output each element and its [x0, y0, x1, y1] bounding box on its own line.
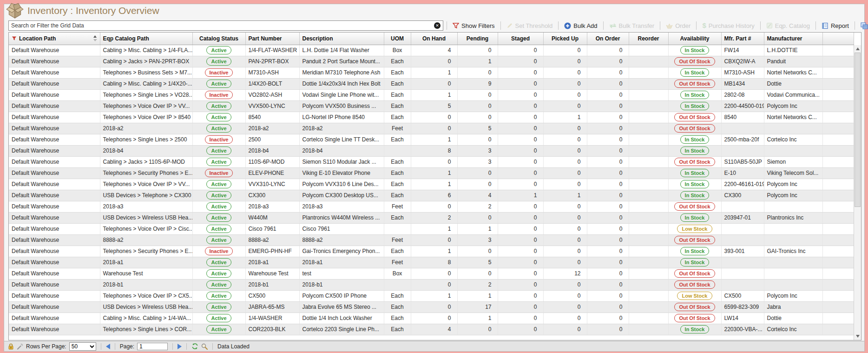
title-bar: Inventory : Inventory Overview	[4, 4, 864, 18]
cell-eqp-catalog-path: 2018-a2	[100, 123, 192, 134]
cell-uom: Each	[384, 313, 411, 324]
next-page-button[interactable]	[178, 344, 182, 349]
column-header-manufacturer[interactable]: Manufacturer	[764, 33, 822, 45]
column-header-eqp-catalog-path[interactable]: Eqp Catalog Path	[100, 33, 192, 45]
table-row[interactable]: Default WarehouseTelephones > Voice Over…	[9, 112, 854, 123]
table-row[interactable]: Default WarehouseTelephones > Voice Over…	[9, 223, 854, 234]
cell-uom: Each	[384, 246, 411, 257]
vertical-scrollbar[interactable]	[854, 45, 861, 340]
table-row[interactable]: Default WarehouseCabling > Misc. Cabling…	[9, 78, 854, 89]
table-row[interactable]: Default WarehouseWarehouse TestActiveWar…	[9, 268, 854, 279]
cell-reorder	[629, 89, 668, 100]
header-row: Location Path Eqp Catalog Path Catalog S…	[9, 33, 854, 45]
page-number-input[interactable]	[137, 343, 168, 350]
cell-reorder	[629, 290, 668, 301]
table-row[interactable]: Default WarehouseTelephones > Voice Over…	[9, 290, 854, 301]
search-input[interactable]	[8, 20, 443, 31]
app-panel: Inventory : Inventory Overview ✕ Show Fi…	[4, 4, 865, 352]
column-header-location-path[interactable]: Location Path	[9, 33, 100, 45]
column-header-description[interactable]: Description	[299, 33, 384, 45]
cell-eqp-catalog-path: 8888-a2	[100, 234, 192, 246]
set-threshold-button: Set Threshold	[504, 22, 555, 29]
cell-mfr-part: CBXQ2IW-A	[721, 56, 764, 67]
availability-badge: In Stock	[680, 91, 710, 99]
table-row[interactable]: Default WarehouseTelephones > Security P…	[9, 167, 854, 179]
table-row[interactable]: Default WarehouseCabling > Misc. Cabling…	[9, 45, 854, 56]
cell-mfr-part: S110AB5-50JP	[721, 156, 764, 167]
table-row[interactable]: Default WarehouseUSB Devices > Telephone…	[9, 190, 854, 201]
column-header-mfr-part[interactable]: Mfr. Part #	[721, 33, 764, 45]
cell-pending: 0	[457, 100, 498, 112]
table-row[interactable]: Default WarehouseTelephones > Security P…	[9, 246, 854, 257]
cell-filler	[822, 89, 854, 100]
cell-mfr-part	[721, 145, 764, 156]
column-header-staged[interactable]: Staged	[498, 33, 543, 45]
column-header-part-number[interactable]: Part Number	[245, 33, 299, 45]
cell-mfr-part: E-10	[721, 167, 764, 179]
cell-reorder	[629, 201, 668, 212]
cell-staged: 0	[498, 45, 543, 56]
scroll-down-icon[interactable]	[854, 333, 861, 340]
cell-pending: 0	[457, 246, 498, 257]
cell-manufacturer: Nortel Networks C...	[764, 112, 822, 123]
table-row[interactable]: Default WarehouseTelephones > Single Lin…	[9, 324, 854, 335]
lock-icon[interactable]	[8, 343, 14, 350]
table-row[interactable]: Default Warehouse2018-b4Active2018-b4201…	[9, 145, 854, 156]
cell-part-number: VVX310-LYNC	[245, 179, 299, 190]
scroll-up-icon[interactable]	[854, 45, 861, 53]
cell-location-path: Default Warehouse	[9, 246, 100, 257]
cell-description: Dottie 1/4x20x3/4 Inch Hex Bolt	[299, 78, 384, 89]
cell-description: Viking E-10 Elevator Phone	[299, 167, 384, 179]
clear-search-icon[interactable]: ✕	[434, 22, 441, 29]
cell-catalog-status: Active	[192, 100, 245, 112]
table-row[interactable]: Default WarehouseTelephones > Voice Over…	[9, 179, 854, 190]
wrench-icon[interactable]	[17, 343, 23, 350]
bulk-add-button[interactable]: Bulk Add	[562, 22, 599, 29]
refresh-icon[interactable]	[191, 343, 198, 350]
cell-manufacturer: Plantronics Inc	[764, 212, 822, 223]
rows-per-page-select[interactable]: 50	[69, 342, 96, 351]
table-row[interactable]: Default Warehouse2018-b1Active2018-b1201…	[9, 279, 854, 290]
table-row[interactable]: Default Warehouse8888-a2Active8888-a2888…	[9, 234, 854, 246]
table-row[interactable]: Default WarehouseTelephones > Single Lin…	[9, 134, 854, 145]
column-header-availability[interactable]: Availability	[668, 33, 721, 45]
availability-badge: Out Of Stock	[674, 124, 715, 133]
cell-picked-up: 0	[543, 134, 587, 145]
cell-staged: 0	[498, 268, 543, 279]
cell-location-path: Default Warehouse	[9, 179, 100, 190]
column-header-picked-up[interactable]: Picked Up	[543, 33, 587, 45]
cell-on-order: 0	[587, 301, 629, 313]
table-row[interactable]: Default WarehouseTelephones > Voice Over…	[9, 100, 854, 112]
cell-location-path: Default Warehouse	[9, 223, 100, 234]
availability-badge: In Stock	[680, 325, 710, 333]
table-row[interactable]: Default WarehouseTelephones > Single Lin…	[9, 89, 854, 100]
table-row[interactable]: Default WarehouseTelephones > Business S…	[9, 67, 854, 78]
cell-catalog-status: Active	[192, 290, 245, 301]
column-header-on-hand[interactable]: On Hand	[411, 33, 457, 45]
column-header-pending[interactable]: Pending	[457, 33, 498, 45]
table-row[interactable]: Default Warehouse2018-a3Active2018-a3201…	[9, 201, 854, 212]
column-header-catalog-status[interactable]: Catalog Status	[192, 33, 245, 45]
column-header-reorder[interactable]: Reorder	[629, 33, 668, 45]
show-filters-button[interactable]: Show Filters	[450, 22, 497, 29]
table-row[interactable]: Default WarehouseCabling > Jacks > PAN-2…	[9, 56, 854, 67]
cell-staged: 0	[498, 89, 543, 100]
perspectives-button[interactable]: Perspectives	[858, 22, 868, 29]
table-row[interactable]: Default Warehouse2018-a1Active2018-a1201…	[9, 257, 854, 268]
cell-manufacturer: Cortelco Inc	[764, 134, 822, 145]
table-row[interactable]: Default WarehouseUSB Devices > Wireless …	[9, 301, 854, 313]
column-header-uom[interactable]: UOM	[384, 33, 411, 45]
table-row[interactable]: Default WarehouseCabling > Jacks > 110S-…	[9, 156, 854, 167]
previous-page-button[interactable]	[106, 344, 110, 349]
table-row[interactable]: Default WarehouseCabling > Misc. Cabling…	[9, 313, 854, 324]
cell-availability: Out Of Stock	[668, 201, 721, 212]
cell-uom: Each	[384, 156, 411, 167]
magnifier-icon[interactable]	[201, 343, 208, 350]
cell-pending: 3	[457, 234, 498, 246]
report-button[interactable]: Report	[819, 22, 851, 29]
column-header-on-order[interactable]: On Order	[587, 33, 629, 45]
cell-location-path: Default Warehouse	[9, 112, 100, 123]
table-row[interactable]: Default WarehouseUSB Devices > Wireless …	[9, 212, 854, 223]
table-row[interactable]: Default Warehouse2018-a2Active2018-a2201…	[9, 123, 854, 134]
scrollbar-thumb[interactable]	[855, 53, 861, 207]
